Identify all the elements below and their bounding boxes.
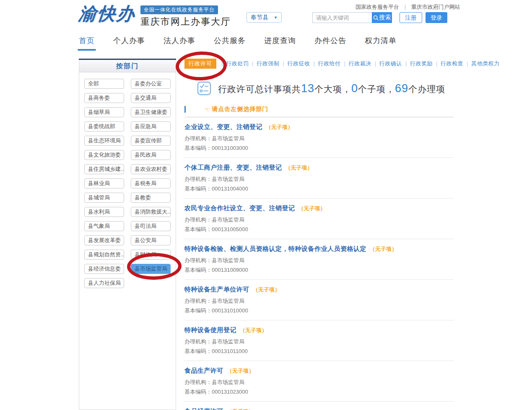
sidebar-dept-button[interactable]: 县烟草局 xyxy=(84,107,124,117)
tab-行政确认[interactable]: 行政确认 xyxy=(379,60,403,67)
sidebar-dept-button[interactable]: 县委宣传部 xyxy=(131,136,171,146)
sidebar-dept-button[interactable]: 县交通局 xyxy=(131,93,171,103)
sidebar-dept-button[interactable]: 县卫生健康委 xyxy=(131,107,171,117)
pointing-hand-icon: ☜ xyxy=(204,106,210,113)
nav-item-首页[interactable]: 首页 xyxy=(79,36,95,46)
tab-行政许可[interactable]: 行政许可 xyxy=(184,59,216,69)
sidebar-dept-button[interactable]: 县发展改革委 xyxy=(84,235,124,245)
link-separator: ｜ xyxy=(402,3,408,11)
login-button[interactable]: 登录 xyxy=(426,12,447,23)
nav-item-法人办事[interactable]: 法人办事 xyxy=(163,36,195,46)
no-subitem-tag: （无子项） xyxy=(370,246,397,252)
sidebar-dept-button[interactable]: 县住房城乡建... xyxy=(84,164,124,174)
site-logo: 渝快办 全国一体化在线政务服务平台 重庆市网上办事大厅 xyxy=(79,4,231,28)
chevron-down-icon: ▼ xyxy=(274,15,278,20)
sidebar-dept-button[interactable]: 县商务委 xyxy=(84,93,124,103)
search-button-label: 搜索 xyxy=(379,14,391,21)
sidebar-dept-button[interactable]: 县民政局 xyxy=(131,150,171,160)
nav-item-个人办事[interactable]: 个人办事 xyxy=(113,36,145,46)
service-title[interactable]: 特种设备检验、检测人员资格认定，特种设备作业人员资格认定 xyxy=(184,245,366,252)
nav-item-办件公告[interactable]: 办件公告 xyxy=(314,36,346,46)
service-title[interactable]: 特种设备生产单位许可 xyxy=(184,286,249,293)
sidebar-body: 全部县委办公室县商务委县交通局县烟草局县卫生健康委县委统战部县应急局县生态环境局… xyxy=(79,72,176,410)
tab-其他类权力[interactable]: 其他类权力 xyxy=(470,60,501,67)
search-bar: 搜索 xyxy=(312,12,392,23)
service-agency: 办理机构：县市场监管局 xyxy=(184,379,454,386)
city-portal-link[interactable]: 重庆市政府门户网站 xyxy=(411,3,460,11)
sidebar-dept-button[interactable]: 县税务局 xyxy=(131,178,171,188)
tab-行政征收[interactable]: 行政征收 xyxy=(286,60,311,67)
service-item: 特种设备检验、检测人员资格认定，特种设备作业人员资格认定（无子项）办理机构：县市… xyxy=(184,239,454,280)
summary-label: 个大项， xyxy=(314,84,351,94)
header-portal-links: 国家政务服务平台 ｜ 重庆市政府门户网站 xyxy=(356,3,460,11)
service-code: 基本编码：000131023000 xyxy=(184,388,454,396)
service-title[interactable]: 食品经营许可 xyxy=(184,407,223,410)
summary-row: 行政许可总计事项共13个大项，0个子项，69个办理项 xyxy=(184,81,454,95)
service-item: 特种设备生产单位许可（无子项）办理机构：县市场监管局基本编码：000131010… xyxy=(184,280,454,320)
no-subitem-tag: （无子项） xyxy=(285,165,313,171)
sidebar-dept-button[interactable]: 县农业农村委 xyxy=(131,164,171,174)
sidebar-dept-button[interactable]: 县生态环境局 xyxy=(84,136,124,146)
logo-platform-tag: 全国一体化在线政务服务平台 xyxy=(140,5,218,14)
nav-item-权力清单[interactable]: 权力清单 xyxy=(365,36,397,46)
service-title[interactable]: 食品生产许可 xyxy=(184,367,223,374)
tab-separator: | xyxy=(375,61,376,67)
sidebar-dept-button[interactable]: 县教委 xyxy=(131,193,171,203)
region-selector[interactable]: 奉节县 ▼ xyxy=(247,12,282,23)
sidebar-dept-button[interactable]: 县司法局 xyxy=(131,221,171,231)
service-title[interactable]: 个体工商户注册、变更、注销登记 xyxy=(184,164,282,171)
service-item: 农民专业合作社设立、变更、注销登记（无子项）办理机构：县市场监管局基本编码：00… xyxy=(184,199,454,239)
tab-separator: | xyxy=(344,61,345,67)
tab-行政给付[interactable]: 行政给付 xyxy=(317,60,342,67)
sidebar-dept-button[interactable]: 县公安局 xyxy=(131,235,171,245)
national-platform-link[interactable]: 国家政务服务平台 xyxy=(356,3,399,11)
sidebar-dept-button[interactable]: 县人力社保局 xyxy=(84,278,124,288)
sidebar-dept-button[interactable]: 县气象局 xyxy=(84,221,124,231)
sidebar-dept-button[interactable]: 县规划自然资... xyxy=(84,250,124,260)
sidebar-dept-button[interactable]: 县市场监管局 xyxy=(131,264,171,274)
no-subitem-tag: （无子项） xyxy=(298,205,326,211)
site-title: 重庆市网上办事大厅 xyxy=(140,15,231,28)
logo-wordmark: 渝快办 xyxy=(78,4,137,23)
sidebar-dept-button[interactable]: 县文化旅游委 xyxy=(84,150,124,160)
service-title[interactable]: 农民专业合作社设立、变更、注销登记 xyxy=(184,204,295,211)
service-agency: 办理机构：县市场监管局 xyxy=(184,175,454,183)
sidebar-dept-button[interactable]: 县委统战部 xyxy=(84,121,124,132)
service-item: 特种设备使用登记（无子项）办理机构：县市场监管局基本编码：00013101100… xyxy=(184,320,454,361)
sidebar-dept-button[interactable]: 县城管局 xyxy=(84,193,124,203)
sidebar-dept-button[interactable]: 县经济信息委 xyxy=(84,264,124,274)
tab-separator: | xyxy=(436,61,437,67)
tip-text: 请点击左侧选择部门 xyxy=(212,106,268,113)
tab-行政奖励[interactable]: 行政奖励 xyxy=(409,60,433,67)
search-icon xyxy=(373,15,379,21)
sidebar-dept-button[interactable]: 县消防救援大... xyxy=(131,207,171,217)
sidebar-dept-button[interactable]: 县委办公室 xyxy=(131,79,171,89)
checklist-icon xyxy=(197,81,211,95)
service-title[interactable]: 特种设备使用登记 xyxy=(184,326,236,333)
service-code: 基本编码：000131004000 xyxy=(184,185,454,193)
search-button[interactable]: 搜索 xyxy=(372,12,392,23)
tab-行政处罚[interactable]: 行政处罚 xyxy=(225,60,249,67)
summary-text: 行政许可总计事项共13个大项，0个子项，69个办理项 xyxy=(218,82,445,95)
sidebar-dept-button[interactable]: 县应急局 xyxy=(131,121,171,132)
nav-item-公共服务[interactable]: 公共服务 xyxy=(214,36,246,46)
tab-行政检查[interactable]: 行政检查 xyxy=(440,60,464,67)
register-button[interactable]: 注册 xyxy=(400,12,422,23)
tip-accent-bar xyxy=(184,106,186,113)
page: 渝快办 全国一体化在线政务服务平台 重庆市网上办事大厅 奉节县 ▼ 国家政务服务… xyxy=(0,0,532,410)
summary-count: 69 xyxy=(395,82,408,95)
tab-行政裁决[interactable]: 行政裁决 xyxy=(348,60,372,67)
no-subitem-tag: （无子项） xyxy=(240,327,267,333)
tab-separator: | xyxy=(221,61,223,67)
summary-label: 行政许可总计事项共 xyxy=(218,84,301,94)
nav-item-进度查询[interactable]: 进度查询 xyxy=(264,36,296,46)
tab-行政强制[interactable]: 行政强制 xyxy=(256,60,280,67)
no-subitem-tag: （无子项） xyxy=(253,286,280,293)
sidebar-dept-button[interactable]: 全部 xyxy=(84,79,124,89)
search-input[interactable] xyxy=(312,12,372,23)
sidebar-dept-button[interactable]: 县财政局 xyxy=(131,250,171,260)
sidebar-dept-button[interactable]: 县林业局 xyxy=(84,178,124,188)
sidebar-dept-button[interactable]: 县水利局 xyxy=(84,207,124,217)
service-title[interactable]: 企业设立、变更、注销登记 xyxy=(184,123,262,130)
power-type-tabs: 行政许可|行政处罚|行政强制|行政征收|行政给付|行政裁决|行政确认|行政奖励|… xyxy=(184,59,454,69)
